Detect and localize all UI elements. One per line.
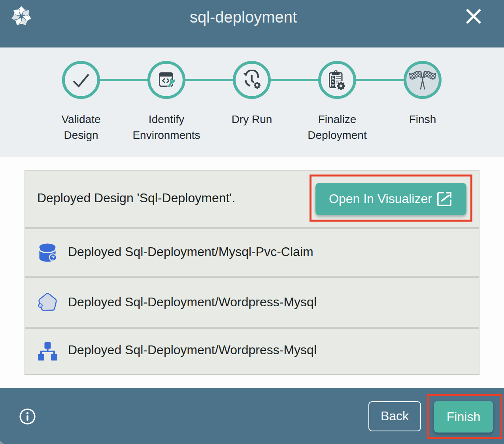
svg-text:?: ? [51, 254, 55, 261]
